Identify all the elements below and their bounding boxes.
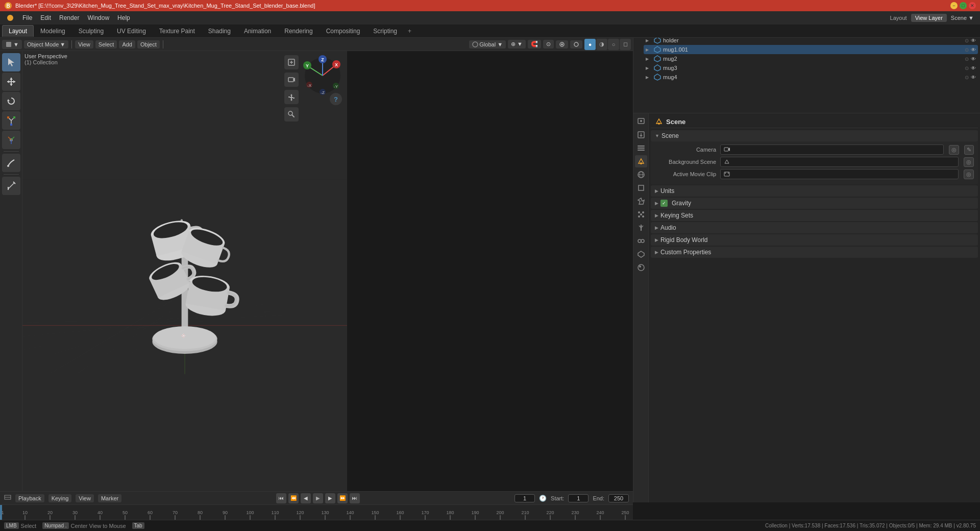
proportional-btn[interactable]: ⊙ — [543, 40, 554, 49]
view-layer-btn[interactable]: View Layer — [911, 14, 947, 22]
movie-clip-field[interactable] — [720, 169, 959, 179]
menu-window[interactable]: Window — [83, 13, 113, 22]
tab-texture-paint[interactable]: Texture Paint — [153, 25, 202, 37]
props-output-tab[interactable] — [635, 129, 647, 141]
outliner-item-mug1[interactable]: ▶ mug1.001 ⊙ 👁 — [644, 45, 978, 54]
wireframe-mode-btn[interactable]: ◻ — [620, 39, 631, 50]
props-material-tab[interactable] — [635, 261, 647, 274]
navigation-gizmo[interactable]: X Y Z -X -Y -Z — [302, 55, 343, 96]
holder-visibility-icon[interactable]: 👁 — [971, 38, 976, 43]
bg-scene-dropper-icon[interactable]: ◎ — [964, 157, 974, 167]
object-mode-selector[interactable]: Object Mode ▼ — [24, 40, 68, 49]
play-btn[interactable]: ▶ — [313, 493, 323, 503]
scale-tool[interactable] — [2, 111, 20, 130]
step-back-btn[interactable]: ◀ — [301, 493, 311, 503]
material-mode-btn[interactable]: ◑ — [596, 39, 607, 50]
menu-file[interactable]: File — [18, 13, 36, 22]
start-frame-input[interactable] — [568, 494, 589, 502]
select-menu[interactable]: Select — [95, 40, 117, 49]
maximize-button[interactable]: □ — [960, 2, 967, 9]
props-object-tab[interactable] — [635, 182, 647, 194]
view-menu[interactable]: View — [75, 40, 93, 49]
editor-type-selector[interactable]: ▼ — [2, 40, 22, 49]
mug3-visibility-icon[interactable]: 👁 — [971, 65, 976, 71]
next-keyframe-btn[interactable]: ⏩ — [337, 493, 348, 503]
annotate-tool[interactable] — [2, 154, 20, 172]
object-menu[interactable]: Object — [137, 40, 160, 49]
props-modifier-tab[interactable] — [635, 195, 647, 207]
add-menu[interactable]: Add — [119, 40, 135, 49]
camera-field[interactable] — [720, 144, 944, 155]
scene-section-header[interactable]: ▼ Scene — [651, 130, 978, 141]
background-scene-field[interactable] — [720, 157, 959, 167]
step-forward-btn[interactable]: ▶ — [325, 493, 335, 503]
timeline-ruler[interactable]: 1 10 20 30 40 50 60 70 80 90 — [0, 505, 633, 520]
gravity-section-header[interactable]: ▶ ✓ Gravity — [651, 198, 978, 209]
scene-selector[interactable]: Scene ▼ — [947, 14, 978, 22]
props-constraints-tab[interactable] — [635, 235, 647, 247]
current-frame-input[interactable] — [514, 494, 535, 502]
mug4-visibility-icon[interactable]: 👁 — [971, 75, 976, 80]
3d-viewport[interactable]: User Perspective (1) Collection ? — [22, 51, 347, 502]
props-render-tab[interactable] — [635, 115, 647, 128]
custom-properties-section-header[interactable]: ▶ Custom Properties — [651, 247, 978, 258]
jump-to-end-btn[interactable]: ⏭ — [350, 493, 360, 503]
props-scene-tab[interactable] — [635, 155, 647, 167]
cursor-tool[interactable] — [2, 53, 20, 71]
marker-btn[interactable]: Marker — [98, 494, 121, 502]
end-frame-input[interactable] — [608, 494, 629, 502]
tab-rendering[interactable]: Rendering — [278, 25, 319, 37]
camera-view-icon[interactable] — [284, 73, 299, 87]
pivot-point-btn[interactable]: ⊕ ▼ — [508, 40, 526, 49]
jump-to-start-btn[interactable]: ⏮ — [276, 493, 286, 503]
menu-edit[interactable]: Edit — [36, 13, 55, 22]
tab-shading[interactable]: Shading — [202, 25, 237, 37]
move-tool[interactable] — [2, 73, 20, 91]
tab-modeling[interactable]: Modeling — [34, 25, 72, 37]
props-view-layer-tab[interactable] — [635, 142, 647, 154]
overlay-btn[interactable] — [556, 40, 568, 49]
view-btn[interactable]: View — [76, 494, 94, 502]
close-button[interactable]: ✕ — [969, 2, 976, 9]
global-transform-btn[interactable]: Global ▼ — [469, 40, 506, 49]
units-section-header[interactable]: ▶ Units — [651, 185, 978, 197]
transform-tool[interactable] — [2, 131, 20, 149]
grab-icon[interactable] — [284, 90, 299, 104]
rendered-mode-btn[interactable]: ○ — [608, 39, 619, 50]
props-particles-tab[interactable] — [635, 208, 647, 221]
rotate-tool[interactable] — [2, 92, 20, 110]
tab-compositing[interactable]: Compositing — [320, 25, 367, 37]
viewport-zoom-icon[interactable] — [284, 55, 299, 69]
search-icon[interactable] — [284, 107, 299, 122]
solid-mode-btn[interactable]: ● — [584, 39, 596, 50]
snap-btn[interactable]: 🧲 — [528, 40, 541, 49]
outliner-item-mug3[interactable]: ▶ mug3 ⊙ 👁 — [644, 63, 978, 73]
tab-sculpting[interactable]: Sculpting — [72, 25, 110, 37]
outliner-item-mug2[interactable]: ▶ mug2 ⊙ 👁 — [644, 54, 978, 63]
menu-render[interactable]: Render — [55, 13, 83, 22]
audio-section-header[interactable]: ▶ Audio — [651, 222, 978, 233]
props-data-tab[interactable] — [635, 248, 647, 260]
measure-tool[interactable] — [2, 177, 20, 195]
camera-edit-icon[interactable]: ✎ — [964, 145, 974, 155]
mug2-visibility-icon[interactable]: 👁 — [971, 56, 976, 62]
add-workspace-button[interactable]: + — [404, 26, 415, 37]
menu-help[interactable]: Help — [113, 13, 134, 22]
tab-scripting[interactable]: Scripting — [366, 25, 404, 37]
tab-layout[interactable]: Layout — [2, 25, 34, 37]
prev-keyframe-btn[interactable]: ⏪ — [288, 493, 299, 503]
tab-animation[interactable]: Animation — [237, 25, 278, 37]
camera-dropper-icon[interactable]: ◎ — [949, 145, 959, 155]
keying-btn[interactable]: Keying — [48, 494, 72, 502]
props-world-tab[interactable] — [635, 168, 647, 181]
movie-clip-dropper-icon[interactable]: ◎ — [964, 170, 974, 179]
tab-uv-editing[interactable]: UV Editing — [110, 25, 153, 37]
mug1-visibility-icon[interactable]: 👁 — [971, 47, 976, 53]
props-physics-tab[interactable] — [635, 222, 647, 234]
keying-sets-section-header[interactable]: ▶ Keying Sets — [651, 210, 978, 221]
minimize-button[interactable]: − — [950, 2, 958, 9]
outliner-item-mug4[interactable]: ▶ mug4 ⊙ 👁 — [644, 73, 978, 82]
xray-btn[interactable] — [570, 40, 582, 49]
playback-btn[interactable]: Playback — [15, 494, 44, 502]
rigid-body-section-header[interactable]: ▶ Rigid Body World — [651, 234, 978, 246]
